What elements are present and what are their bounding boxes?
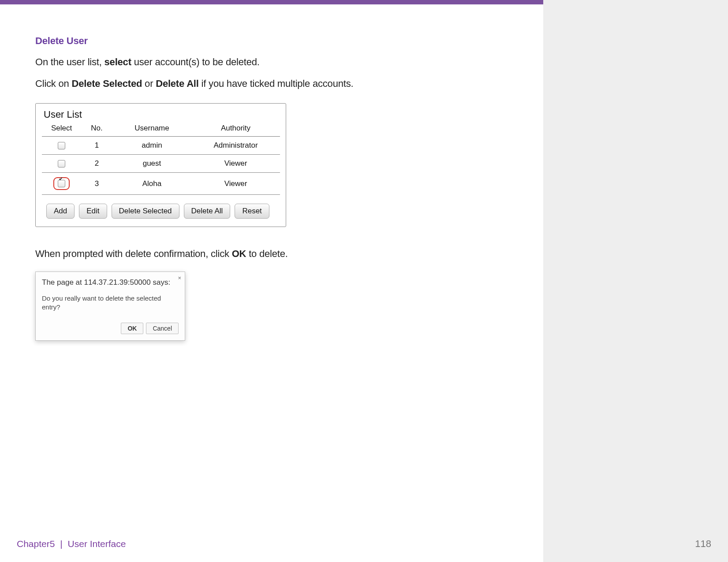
reset-button[interactable]: Reset [235, 204, 269, 219]
page-footer: Chapter5 | User Interface 118 [17, 538, 711, 550]
footer-separator: | [57, 539, 65, 549]
cell-username: admin [112, 137, 192, 155]
top-accent-bar [0, 0, 728, 4]
instruction-paragraph-1: On the user list, select user account(s)… [35, 55, 520, 69]
table-header-row: Select No. Username Authority [42, 121, 280, 137]
instruction-paragraph-2: Click on Delete Selected or Delete All i… [35, 76, 520, 91]
footer-chapter: Chapter5 [17, 539, 55, 549]
text-fragment: When prompted with delete confirmation, … [35, 248, 232, 259]
user-list-button-row: Add Edit Delete Selected Delete All Rese… [36, 195, 286, 219]
text-bold: Delete All [156, 78, 198, 89]
text-fragment: to delete. [246, 248, 287, 259]
cell-no: 1 [82, 137, 112, 155]
footer-section: User Interface [68, 539, 126, 549]
text-bold: Delete Selected [72, 78, 142, 89]
text-fragment: if you have ticked multiple accounts. [199, 78, 354, 89]
table-row: 3 Aloha Viewer [42, 173, 280, 195]
edit-button[interactable]: Edit [79, 204, 107, 219]
right-gutter [543, 4, 728, 562]
col-header-no: No. [82, 121, 112, 137]
delete-selected-button[interactable]: Delete Selected [112, 204, 179, 219]
cell-authority: Administrator [192, 137, 280, 155]
col-header-select: Select [42, 121, 82, 137]
col-header-authority: Authority [192, 121, 280, 137]
cell-authority: Viewer [192, 155, 280, 173]
checkbox-highlight [53, 177, 70, 190]
user-table: Select No. Username Authority 1 admin Ad… [42, 121, 280, 195]
table-row: 2 guest Viewer [42, 155, 280, 173]
cell-username: guest [112, 155, 192, 173]
dialog-title: The page at 114.37.21.39:50000 says: [42, 278, 179, 287]
cell-no: 3 [82, 173, 112, 195]
section-heading: Delete User [35, 35, 520, 47]
delete-all-button[interactable]: Delete All [184, 204, 231, 219]
cell-authority: Viewer [192, 173, 280, 195]
cell-username: Aloha [112, 173, 192, 195]
confirm-dialog: × The page at 114.37.21.39:50000 says: D… [35, 272, 185, 341]
dialog-message: Do you really want to delete the selecte… [42, 294, 179, 312]
select-checkbox[interactable] [58, 180, 65, 187]
close-icon[interactable]: × [178, 275, 181, 281]
text-fragment: Click on [35, 78, 72, 89]
text-bold: OK [232, 248, 246, 259]
cancel-button[interactable]: Cancel [146, 323, 179, 334]
user-list-panel: User List Select No. Username Authority … [35, 103, 286, 227]
select-checkbox[interactable] [58, 160, 65, 167]
text-fragment: user account(s) to be deleted. [131, 56, 260, 67]
ok-button[interactable]: OK [121, 323, 143, 334]
instruction-paragraph-3: When prompted with delete confirmation, … [35, 246, 520, 261]
dialog-button-row: OK Cancel [42, 323, 179, 334]
text-fragment: On the user list, [35, 56, 105, 67]
text-bold: select [105, 56, 131, 67]
page-number: 118 [695, 538, 711, 550]
add-button[interactable]: Add [46, 204, 75, 219]
table-row: 1 admin Administrator [42, 137, 280, 155]
panel-title: User List [36, 109, 286, 121]
text-fragment: or [142, 78, 156, 89]
page-content: Delete User On the user list, select use… [35, 35, 520, 341]
cell-no: 2 [82, 155, 112, 173]
footer-left: Chapter5 | User Interface [17, 539, 126, 549]
select-checkbox[interactable] [58, 142, 65, 149]
col-header-username: Username [112, 121, 192, 137]
